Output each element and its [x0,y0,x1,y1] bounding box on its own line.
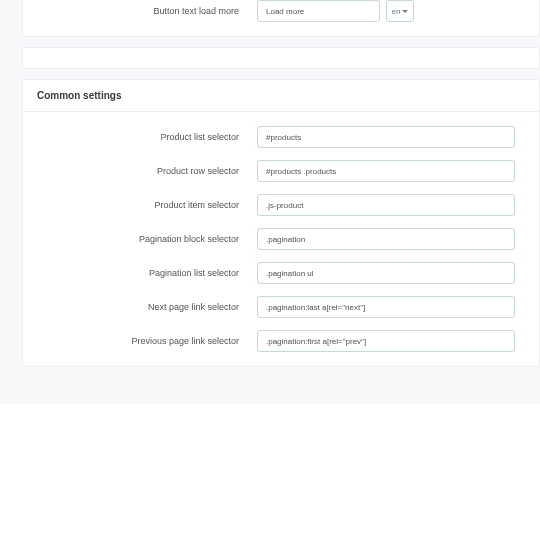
input-product-list-selector[interactable] [257,126,515,148]
input-pagination-list-selector[interactable] [257,262,515,284]
input-product-row-selector[interactable] [257,160,515,182]
input-previous-page-link-selector[interactable] [257,330,515,352]
input-next-page-link-selector[interactable] [257,296,515,318]
label-button-text-load-more: Button text load more [37,6,257,16]
label-product-list-selector: Product list selector [37,132,257,142]
whitespace-region [0,404,540,540]
input-product-item-selector[interactable] [257,194,515,216]
panel-empty-strip [22,47,540,69]
common-settings-heading: Common settings [23,80,539,112]
control-product-list-selector [257,126,525,148]
row-product-row-selector: Product row selector [37,160,525,182]
lang-code: en [392,7,401,16]
row-button-text-load-more: Button text load more en [37,0,525,22]
label-next-page-link-selector: Next page link selector [37,302,257,312]
row-product-list-selector: Product list selector [37,126,525,148]
label-pagination-list-selector: Pagination list selector [37,268,257,278]
label-product-item-selector: Product item selector [37,200,257,210]
row-next-page-link-selector: Next page link selector [37,296,525,318]
label-pagination-block-selector: Pagination block selector [37,234,257,244]
input-button-text-load-more[interactable] [257,0,380,22]
label-product-row-selector: Product row selector [37,166,257,176]
control-pagination-block-selector [257,228,525,250]
row-previous-page-link-selector: Previous page link selector [37,330,525,352]
control-product-item-selector [257,194,525,216]
control-button-text: en [257,0,525,22]
control-previous-page-link-selector [257,330,525,352]
control-product-row-selector [257,160,525,182]
row-product-item-selector: Product item selector [37,194,525,216]
control-next-page-link-selector [257,296,525,318]
label-previous-page-link-selector: Previous page link selector [37,336,257,346]
lang-dropdown[interactable]: en [386,0,414,22]
panel-top-fragment: Button text load more en [22,0,540,37]
control-pagination-list-selector [257,262,525,284]
row-pagination-block-selector: Pagination block selector [37,228,525,250]
row-pagination-list-selector: Pagination list selector [37,262,525,284]
input-pagination-block-selector[interactable] [257,228,515,250]
panel-common-settings: Common settings Product list selectorPro… [22,79,540,367]
chevron-down-icon [402,10,408,13]
